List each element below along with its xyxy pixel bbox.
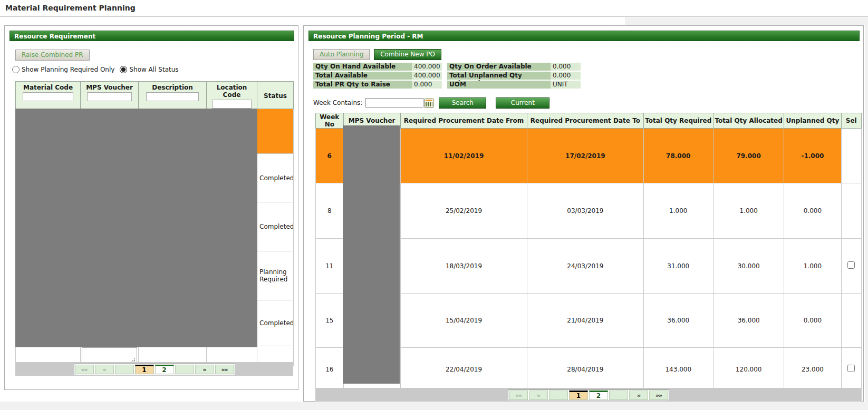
first-page-button[interactable]: «« bbox=[509, 391, 528, 400]
next-page-button[interactable]: » bbox=[629, 391, 648, 400]
date-from-cell: 18/03/2019 bbox=[400, 239, 527, 294]
week-search-row: Week Contains: Search Current Week bbox=[313, 97, 549, 108]
week-no-cell: 8 bbox=[316, 183, 344, 239]
page-1-button[interactable]: 1 bbox=[135, 365, 154, 374]
total-pr-qty-to-raise-label: Total PR Qty to Raise bbox=[313, 81, 412, 89]
qty-on-hand-available-value: 400.000 bbox=[412, 63, 442, 71]
pager-spacer bbox=[115, 365, 134, 374]
column-header-total-qty-allocated: Total Qty Allocated bbox=[713, 113, 784, 129]
last-page-button[interactable]: »» bbox=[649, 391, 668, 400]
background-strip bbox=[625, 17, 868, 25]
pagination-bar: «« « 1 2 » »» bbox=[315, 388, 862, 402]
pager-spacer bbox=[549, 391, 568, 400]
combine-new-po-button[interactable]: Combine New PO bbox=[374, 49, 441, 60]
total-qty-allocated-cell: 36.000 bbox=[713, 294, 784, 348]
pager-spacer bbox=[609, 391, 628, 400]
week-no-cell: 15 bbox=[316, 294, 344, 348]
pagination-bar: «« « 1 2 » »» bbox=[15, 362, 293, 376]
sel-cell bbox=[841, 348, 861, 391]
show-planning-required-only-radio[interactable] bbox=[12, 66, 20, 73]
status-cell bbox=[257, 109, 294, 154]
raise-combined-pr-button[interactable]: Raise Combined PR bbox=[15, 50, 90, 61]
unplanned-qty-cell: 0.000 bbox=[784, 183, 841, 239]
top-title-bar: Material Requirement Planning bbox=[0, 0, 868, 17]
total-qty-allocated-cell: 79.000 bbox=[713, 129, 784, 183]
prev-page-button[interactable]: « bbox=[95, 365, 114, 374]
current-week-button[interactable]: Current Week bbox=[496, 97, 549, 109]
date-from-cell: 15/04/2019 bbox=[400, 294, 527, 348]
column-header-sel: Sel bbox=[841, 113, 861, 129]
quantity-summary: Qty On Hand Available 400.000 Qty On Ord… bbox=[313, 63, 581, 89]
sel-cell bbox=[841, 129, 861, 183]
redacted-region bbox=[15, 109, 257, 347]
total-available-label: Total Available bbox=[313, 72, 412, 80]
sel-checkbox[interactable] bbox=[847, 261, 855, 269]
first-page-button[interactable]: «« bbox=[75, 365, 94, 374]
week-contains-label: Week Contains: bbox=[313, 99, 362, 106]
calendar-icon[interactable] bbox=[425, 99, 433, 108]
qty-on-order-available-value: 0.000 bbox=[551, 63, 581, 71]
unplanned-qty-cell: 1.000 bbox=[784, 239, 841, 294]
material-code-filter-input[interactable] bbox=[23, 92, 73, 101]
column-header-date-from: Required Procurement Date From bbox=[400, 113, 527, 129]
show-all-status-radio[interactable] bbox=[120, 66, 127, 73]
week-contains-input[interactable] bbox=[365, 98, 423, 108]
week-no-cell: 11 bbox=[316, 239, 344, 294]
week-no-cell: 6 bbox=[316, 129, 344, 183]
date-from-cell: 22/04/2019 bbox=[400, 348, 527, 391]
search-button[interactable]: Search bbox=[439, 97, 486, 109]
total-qty-allocated-cell: 1.000 bbox=[713, 183, 784, 239]
total-pr-qty-to-raise-value: 0.000 bbox=[412, 81, 442, 89]
location-code-filter-input[interactable] bbox=[212, 100, 251, 109]
column-header-status: Status bbox=[257, 92, 293, 100]
show-planning-required-only-label: Show Planning Required Only bbox=[22, 66, 114, 73]
pagination: «« « 1 2 » »» bbox=[74, 364, 235, 375]
column-header-mps-voucher: MPS Voucher bbox=[81, 84, 138, 91]
sel-cell bbox=[841, 239, 861, 294]
prev-page-button[interactable]: « bbox=[529, 391, 548, 400]
mps-voucher-filter-input[interactable] bbox=[87, 92, 132, 101]
sel-cell bbox=[841, 183, 861, 239]
unplanned-qty-cell: 23.000 bbox=[784, 348, 841, 391]
total-qty-allocated-cell: 120.000 bbox=[713, 348, 784, 391]
column-header-week-no: Week No bbox=[316, 113, 344, 129]
column-header-total-qty-required: Total Qty Required bbox=[643, 113, 713, 129]
redacted-region bbox=[343, 125, 400, 384]
description-filter-input[interactable] bbox=[146, 92, 199, 101]
total-unplanned-qty-selected-value: 0.000 bbox=[551, 72, 581, 80]
date-to-cell: 24/03/2019 bbox=[527, 239, 643, 294]
sel-checkbox[interactable] bbox=[847, 365, 855, 372]
date-from-cell: 25/02/2019 bbox=[400, 183, 527, 239]
last-page-button[interactable]: »» bbox=[215, 365, 234, 374]
status-cell: Planning Required bbox=[257, 251, 294, 300]
sel-cell bbox=[841, 294, 861, 348]
total-qty-required-cell: 31.000 bbox=[643, 239, 713, 294]
resource-planning-period-panel-title: Resource Planning Period - RM bbox=[308, 31, 860, 41]
background-strip bbox=[865, 17, 868, 410]
resource-requirement-panel-title: Resource Requirement bbox=[9, 31, 294, 41]
total-qty-allocated-cell: 30.000 bbox=[713, 239, 784, 294]
page-title: Material Requirement Planning bbox=[5, 4, 136, 12]
date-to-cell: 03/03/2019 bbox=[527, 183, 643, 239]
page-2-button[interactable]: 2 bbox=[589, 391, 608, 400]
uom-label: UOM bbox=[447, 81, 551, 89]
column-header-unplanned-qty: Unplanned Qty bbox=[784, 113, 841, 129]
unplanned-qty-cell: -1.000 bbox=[784, 129, 841, 183]
page-1-button[interactable]: 1 bbox=[569, 391, 588, 400]
date-to-cell: 21/04/2019 bbox=[527, 294, 643, 348]
auto-planning-button[interactable]: Auto Planning bbox=[313, 49, 370, 60]
next-page-button[interactable]: » bbox=[195, 365, 214, 374]
date-to-cell: 17/02/2019 bbox=[527, 129, 643, 183]
total-qty-required-cell: 1.000 bbox=[643, 183, 713, 239]
column-header-date-to: Required Procurement Date To bbox=[527, 113, 643, 129]
right-panel-buttons: Auto Planning Combine New PO bbox=[313, 49, 441, 60]
qty-on-order-available-label: Qty On Order Available bbox=[447, 63, 551, 71]
status-filter-radios: Show Planning Required Only Show All Sta… bbox=[12, 66, 179, 73]
column-header-description: Description bbox=[139, 84, 206, 91]
page-2-button[interactable]: 2 bbox=[155, 365, 174, 374]
column-header-material-code: Material Code bbox=[16, 84, 80, 91]
unplanned-qty-cell: 0.000 bbox=[784, 294, 841, 348]
total-qty-required-cell: 36.000 bbox=[643, 294, 713, 348]
pager-spacer bbox=[175, 365, 194, 374]
resource-requirement-panel: Resource Requirement Raise Combined PR S… bbox=[4, 25, 298, 390]
